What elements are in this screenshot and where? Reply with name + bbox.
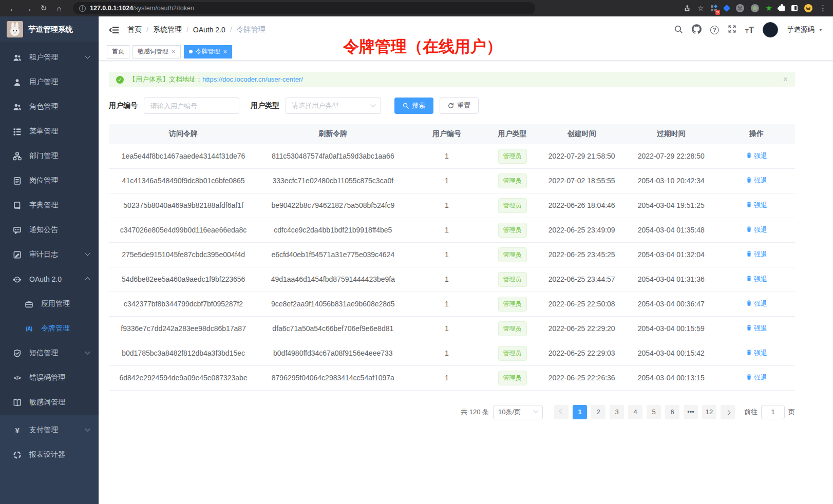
share-icon[interactable]: [684, 5, 691, 12]
page-button-4[interactable]: 4: [628, 405, 642, 419]
force-logout-button[interactable]: 强退: [746, 250, 767, 259]
action-cell: 强退: [718, 242, 795, 267]
sidebar-item[interactable]: 菜单管理: [0, 119, 99, 144]
sidebar-item[interactable]: 应用管理: [0, 292, 99, 316]
page-button-2[interactable]: 2: [591, 405, 605, 419]
user-type-tag: 管理员: [498, 173, 527, 188]
github-icon[interactable]: [692, 24, 702, 35]
next-page-button[interactable]: [721, 405, 735, 419]
reset-button[interactable]: 重置: [440, 98, 479, 114]
sidebar-item[interactable]: 字典管理: [0, 193, 99, 218]
created-time-cell: 2022-06-26 18:04:46: [539, 193, 624, 218]
page-button-5[interactable]: 5: [647, 405, 661, 419]
sidebar-item[interactable]: 租户管理: [0, 45, 99, 70]
sidebar-item-label: 角色管理: [29, 102, 58, 111]
emoji-extension-icon[interactable]: [804, 4, 812, 12]
force-logout-button[interactable]: 强退: [746, 225, 767, 235]
user-type-tag: 管理员: [498, 223, 527, 238]
force-logout-button[interactable]: 强退: [746, 201, 767, 210]
refresh-token-cell: b0df4980ffd34c67a08f9156e4eee733: [258, 341, 408, 365]
address-bar[interactable]: i 127.0.0.1:1024/system/oauth2/token: [73, 2, 535, 14]
force-logout-button[interactable]: 强退: [746, 176, 767, 185]
user-menu-caret-icon[interactable]: ▼: [819, 28, 823, 32]
page-button-12[interactable]: 12: [702, 405, 716, 419]
command-extension-icon[interactable]: ⌘: [736, 4, 744, 12]
sidebar-item[interactable]: 报表设计器: [0, 442, 99, 467]
user-type-select[interactable]: 请选择用户类型: [286, 98, 381, 114]
gem-extension-icon[interactable]: [724, 6, 729, 11]
user-name[interactable]: 芋道源码: [787, 25, 815, 34]
tab-令牌管理[interactable]: 令牌管理×: [184, 45, 233, 59]
extension-badge: 9: [715, 10, 720, 15]
breadcrumb-item[interactable]: OAuth 2.0: [193, 26, 225, 34]
reader-extension-icon[interactable]: [791, 5, 798, 11]
alert-doc-link[interactable]: https://doc.iocoder.cn/user-center/: [202, 75, 303, 83]
sidebar-item[interactable]: ¥支付管理: [0, 418, 99, 442]
tab-敏感词管理[interactable]: 敏感词管理×: [132, 45, 181, 59]
more-pages-button[interactable]: •••: [684, 405, 698, 419]
force-logout-button[interactable]: 强退: [746, 299, 767, 308]
fullscreen-icon[interactable]: [728, 25, 736, 35]
sidebar-item[interactable]: 短信管理: [0, 341, 99, 365]
goto-page-input[interactable]: [761, 405, 785, 419]
sidebar-item[interactable]: 通知公告: [0, 218, 99, 242]
force-logout-button[interactable]: 强退: [746, 151, 767, 161]
sidebar-item-label: 审计日志: [29, 250, 58, 259]
force-logout-button[interactable]: 强退: [746, 275, 767, 284]
sidebar-item[interactable]: OAuth 2.0: [0, 267, 99, 292]
breadcrumb-item[interactable]: 首页: [127, 25, 142, 34]
success-check-icon: ✓: [116, 76, 124, 84]
browser-reload-button[interactable]: ↻: [37, 2, 50, 14]
star-extension-icon[interactable]: ★: [766, 4, 772, 13]
sidebar-item[interactable]: 用户管理: [0, 70, 99, 94]
browser-back-button[interactable]: ←: [6, 2, 20, 14]
page-info-icon[interactable]: i: [79, 5, 86, 12]
tab-close-icon[interactable]: ×: [223, 48, 228, 55]
user-id-input[interactable]: [144, 98, 239, 114]
user-avatar[interactable]: [763, 22, 778, 37]
table-row: 54d6be82ee5a460a9aedc1f9bf22365649d1aa46…: [109, 267, 795, 292]
user-type-cell: 管理员: [486, 168, 539, 193]
sidebar-item[interactable]: 角色管理: [0, 94, 99, 119]
column-header: 用户编号: [408, 124, 485, 144]
sidebar-item[interactable]: 岗位管理: [0, 168, 99, 193]
sidebar-item[interactable]: </>错误码管理: [0, 365, 99, 390]
font-size-icon[interactable]: TT: [745, 26, 754, 34]
user-type-tag: 管理员: [498, 272, 527, 287]
help-icon[interactable]: ?: [710, 26, 719, 34]
sidebar-item[interactable]: 审计日志: [0, 242, 99, 267]
extension-grid-icon[interactable]: 9: [711, 5, 717, 12]
search-icon[interactable]: [674, 25, 683, 35]
alert-close-icon[interactable]: ×: [783, 75, 788, 84]
page-size-select[interactable]: 10条/页: [493, 405, 543, 419]
tab-close-icon[interactable]: ×: [172, 48, 176, 55]
access-token-cell: 41c41346a548490f9dc8b01c6bfe0865: [109, 168, 258, 193]
browser-menu-icon[interactable]: ⋮: [819, 4, 827, 13]
action-cell: 强退: [718, 144, 795, 168]
sidebar-item[interactable]: 部门管理: [0, 144, 99, 168]
force-logout-button[interactable]: 强退: [746, 324, 767, 333]
access-token-cell: 54d6be82ee5a460a9aedc1f9bf223656: [109, 267, 258, 292]
page-button-1[interactable]: 1: [573, 405, 587, 419]
tab-首页[interactable]: 首页: [107, 45, 129, 59]
breadcrumb-item[interactable]: 系统管理: [153, 25, 182, 34]
bookmark-star-icon[interactable]: ☆: [697, 4, 704, 12]
browser-forward-button[interactable]: →: [22, 2, 35, 14]
sidebar-item[interactable]: (A)令牌管理: [0, 316, 99, 341]
tab-label: 首页: [112, 47, 124, 56]
column-header: 操作: [718, 124, 795, 144]
search-button[interactable]: 搜索: [394, 98, 433, 114]
user-type-cell: 管理员: [486, 341, 539, 365]
app-logo[interactable]: 芋道管理系统: [0, 16, 99, 42]
browser-home-button[interactable]: ⌂: [52, 2, 66, 14]
record-extension-icon[interactable]: [751, 4, 759, 12]
page-button-3[interactable]: 3: [610, 405, 624, 419]
page-button-6[interactable]: 6: [665, 405, 679, 419]
sidebar: 芋道管理系统 租户管理用户管理角色管理菜单管理部门管理岗位管理字典管理通知公告审…: [0, 16, 99, 504]
force-logout-button[interactable]: 强退: [746, 373, 767, 382]
force-logout-button[interactable]: 强退: [746, 348, 767, 358]
puzzle-extension-icon[interactable]: [779, 6, 785, 11]
collapse-sidebar-icon[interactable]: [109, 26, 119, 34]
sidebar-item[interactable]: 敏感词管理: [0, 390, 99, 415]
prev-page-button[interactable]: [554, 405, 569, 419]
